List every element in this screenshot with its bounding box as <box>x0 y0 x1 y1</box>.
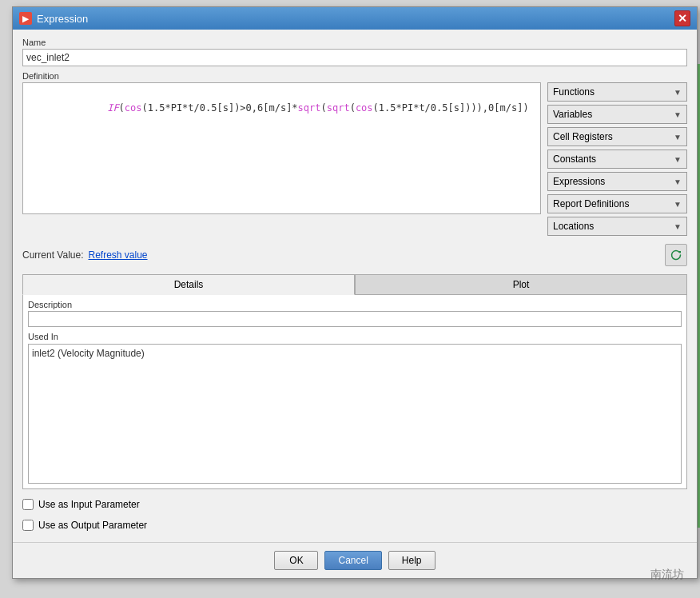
def-if-keyword: IF <box>107 102 118 114</box>
variables-dropdown[interactable]: Variables ▼ <box>547 105 687 124</box>
dialog-title: Expression <box>37 13 88 25</box>
refresh-icon-button[interactable] <box>665 244 687 266</box>
used-in-label: Used In <box>28 332 682 341</box>
current-value-row: Current Value: Refresh value <box>22 244 687 266</box>
input-parameter-checkbox[interactable] <box>22 499 34 510</box>
name-input[interactable] <box>22 49 687 66</box>
locations-label: Locations <box>553 221 594 232</box>
cell-registers-label: Cell Registers <box>553 131 613 142</box>
definition-text: IF(cos(1.5*PI*t/0.5[s])>0,6[m/s]*sqrt(sq… <box>26 86 537 130</box>
help-button[interactable]: Help <box>388 551 436 570</box>
description-input[interactable] <box>28 311 682 327</box>
output-parameter-row: Use as Output Parameter <box>22 520 687 531</box>
title-bar-left: ▶ Expression <box>19 12 88 25</box>
watermark: 南流坊 <box>650 568 684 582</box>
constants-dropdown[interactable]: Constants ▼ <box>547 150 687 169</box>
expressions-arrow: ▼ <box>674 177 682 186</box>
tab-details-content: Description Used In inlet2 (Velocity Mag… <box>22 295 687 489</box>
used-in-value: inlet2 (Velocity Magnitude) <box>32 348 145 359</box>
definition-section: Definition IF(cos(1.5*PI*t/0.5[s])>0,6[m… <box>22 71 687 236</box>
definition-textarea[interactable]: IF(cos(1.5*PI*t/0.5[s])>0,6[m/s]*sqrt(sq… <box>22 82 541 214</box>
locations-arrow: ▼ <box>674 222 682 231</box>
used-in-box: inlet2 (Velocity Magnitude) <box>28 344 682 484</box>
dropdown-buttons-col: Functions ▼ Variables ▼ Cell Registers ▼ <box>547 82 687 236</box>
locations-dropdown[interactable]: Locations ▼ <box>547 217 687 236</box>
definition-label: Definition <box>22 71 687 81</box>
definition-row: IF(cos(1.5*PI*t/0.5[s])>0,6[m/s]*sqrt(sq… <box>22 82 687 236</box>
ok-button[interactable]: OK <box>274 551 318 570</box>
output-parameter-checkbox[interactable] <box>22 520 34 531</box>
description-label: Description <box>28 300 682 309</box>
close-button[interactable]: ✕ <box>674 10 690 26</box>
constants-arrow: ▼ <box>674 155 682 164</box>
output-parameter-label: Use as Output Parameter <box>38 520 147 531</box>
variables-arrow: ▼ <box>674 110 682 119</box>
current-value-label: Current Value: <box>22 249 83 261</box>
tabs-row: Details Plot <box>22 274 687 295</box>
bottom-buttons: OK Cancel Help <box>13 542 697 578</box>
expressions-dropdown[interactable]: Expressions ▼ <box>547 172 687 191</box>
tabs-section: Details Plot Description Used In inlet2 … <box>22 271 687 489</box>
name-section: Name <box>22 38 687 66</box>
refresh-value-link[interactable]: Refresh value <box>88 249 147 261</box>
report-definitions-label: Report Definitions <box>553 198 629 209</box>
cell-registers-arrow: ▼ <box>674 133 682 142</box>
input-parameter-label: Use as Input Parameter <box>38 499 140 510</box>
dialog-content: Name Definition IF(cos(1.5*PI*t/0.5[s])>… <box>13 30 697 539</box>
functions-arrow: ▼ <box>674 88 682 97</box>
expression-dialog: ▶ Expression ✕ Name Definition IF(cos(1.… <box>12 6 698 579</box>
expressions-label: Expressions <box>553 176 605 187</box>
title-bar: ▶ Expression ✕ <box>13 7 697 30</box>
report-definitions-arrow: ▼ <box>674 200 682 209</box>
variables-label: Variables <box>553 109 592 120</box>
refresh-icon <box>670 249 682 261</box>
cell-registers-dropdown[interactable]: Cell Registers ▼ <box>547 127 687 146</box>
tab-plot[interactable]: Plot <box>355 274 687 294</box>
app-icon: ▶ <box>19 12 32 25</box>
tab-details[interactable]: Details <box>22 274 355 295</box>
functions-label: Functions <box>553 86 595 98</box>
constants-label: Constants <box>553 153 596 165</box>
functions-dropdown[interactable]: Functions ▼ <box>547 82 687 102</box>
report-definitions-dropdown[interactable]: Report Definitions ▼ <box>547 194 687 213</box>
name-label: Name <box>22 38 687 47</box>
cancel-button[interactable]: Cancel <box>324 551 381 570</box>
input-parameter-row: Use as Input Parameter <box>22 499 687 510</box>
